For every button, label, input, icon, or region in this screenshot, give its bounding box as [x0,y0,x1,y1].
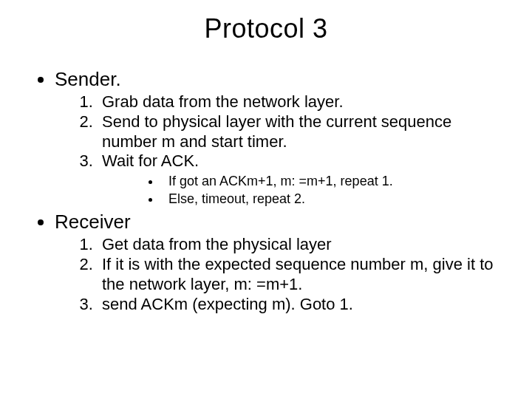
receiver-section: Receiver Get data from the physical laye… [55,211,510,314]
sender-heading: Sender. [55,68,121,90]
sender-sub-a: If got an ACKm+1, m: =m+1, repeat 1. [161,173,510,190]
sender-step-3: Wait for ACK. If got an ACKm+1, m: =m+1,… [98,151,510,208]
receiver-steps: Get data from the physical layer If it i… [55,235,510,314]
sender-section: Sender. Grab data from the network layer… [55,68,510,208]
sender-sub-b: Else, timeout, repeat 2. [161,191,510,208]
receiver-step-1: Get data from the physical layer [98,235,510,255]
slide-title: Protocol 3 [22,13,510,44]
receiver-step-3: send ACKm (expecting m). Goto 1. [98,295,510,315]
sender-step-1: Grab data from the network layer. [98,92,510,112]
receiver-step-2: If it is with the expected sequence numb… [98,255,510,295]
receiver-heading: Receiver [55,211,131,233]
sender-step-3-text: Wait for ACK. [102,151,199,170]
content-list: Sender. Grab data from the network layer… [22,68,510,314]
sender-step-2: Send to physical layer with the current … [98,112,510,152]
sender-substeps: If got an ACKm+1, m: =m+1, repeat 1. Els… [102,173,510,208]
sender-steps: Grab data from the network layer. Send t… [55,92,510,208]
